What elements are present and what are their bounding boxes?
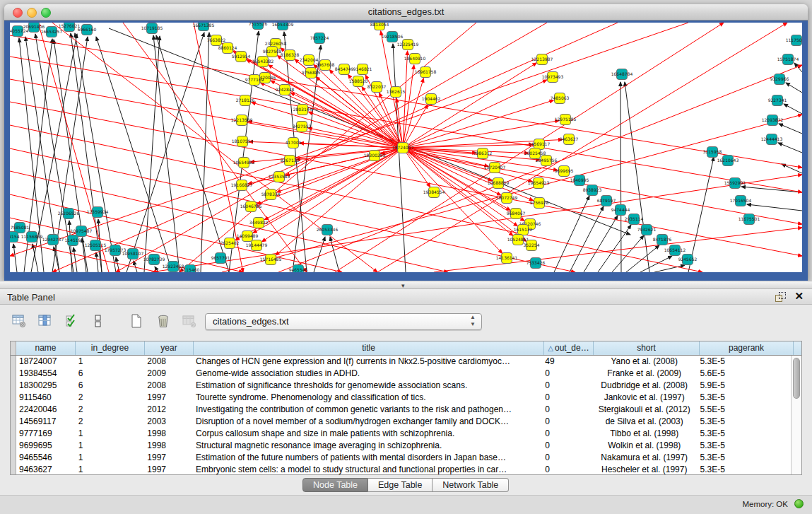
graph-node[interactable]: 7986312	[473, 148, 493, 159]
graph-node[interactable]: 15716485	[260, 255, 282, 265]
memory-status-icon[interactable]	[794, 499, 804, 508]
graph-node[interactable]: 15720407	[484, 163, 506, 173]
column-header-short[interactable]: short	[594, 341, 700, 355]
graph-node[interactable]: 9827508	[263, 47, 282, 57]
cell-short[interactable]: Hescheler et al. (1997)	[592, 464, 697, 474]
graph-node[interactable]: 15751874	[777, 54, 799, 65]
graph-node[interactable]: 1840995	[570, 175, 589, 186]
graph-node[interactable]: 352254	[524, 240, 540, 251]
cell-year[interactable]: 2003	[144, 416, 193, 428]
graph-node[interactable]: 16653257	[41, 27, 63, 37]
cell-title[interactable]: Structural magnetic resonance image aver…	[193, 440, 542, 452]
graph-node[interactable]: 19384554	[423, 187, 445, 198]
scrollbar-thumb[interactable]	[793, 358, 800, 399]
cell-name[interactable]: 22420046	[16, 404, 76, 416]
graph-node[interactable]: 5878334	[261, 189, 281, 200]
graph-node[interactable]: 7857224	[310, 33, 329, 44]
graph-node[interactable]: 1588520	[349, 76, 368, 87]
cell-short[interactable]: Tibbo et al. (1998)	[592, 428, 697, 440]
graph-node[interactable]: 16961758	[415, 67, 437, 78]
cell-pagerank[interactable]: 5.3E-5	[697, 416, 791, 428]
table-row[interactable]: 946554611997Estimation of the future num…	[11, 452, 791, 464]
cell-in_degree[interactable]: 2	[76, 392, 145, 404]
cell-title[interactable]: Estimation of the future numbers of pati…	[193, 452, 542, 464]
graph-node[interactable]: 6879197	[597, 196, 616, 206]
graph-node[interactable]: 16543382	[252, 57, 274, 67]
graph-node[interactable]: 3215958	[703, 147, 722, 158]
splitter-grip-icon[interactable]: ▾	[401, 282, 405, 289]
graph-node[interactable]: 19218506	[382, 32, 404, 42]
cell-pagerank[interactable]: 5.9E-5	[697, 380, 791, 392]
graph-node[interactable]: 9463627	[560, 134, 579, 145]
graph-node[interactable]: 7485063	[551, 93, 570, 104]
column-header-out_degree[interactable]: △out_de…	[544, 341, 594, 355]
column-header-in_degree[interactable]: in_degree	[76, 341, 145, 355]
graph-node[interactable]: 18640910	[404, 54, 426, 64]
graph-node[interactable]: 39154	[10, 232, 20, 243]
graph-node[interactable]: 12505115	[85, 240, 107, 251]
cell-year[interactable]: 2009	[144, 368, 193, 380]
cell-out_degree[interactable]: 0	[542, 416, 592, 428]
cell-in_degree[interactable]: 1	[76, 428, 145, 440]
cell-short[interactable]: Jankovic et al. (1997)	[592, 392, 697, 404]
table-mode-button[interactable]	[10, 312, 28, 330]
graph-node[interactable]: 10719185	[141, 23, 163, 34]
graph-node[interactable]: 8322037	[367, 82, 387, 93]
cell-name[interactable]: 9463627	[16, 464, 76, 474]
table-row[interactable]: 1830029562008Estimation of significance …	[11, 380, 791, 392]
graph-node[interactable]: 14136141	[496, 253, 518, 264]
cell-short[interactable]: Dudbridge et al. (2008)	[592, 380, 697, 392]
cell-year[interactable]: 1997	[144, 452, 193, 464]
cell-in_degree[interactable]: 1	[76, 464, 145, 474]
cell-title[interactable]: Tourette syndrome. Phenomenology and cla…	[193, 392, 542, 404]
cell-year[interactable]: 1997	[144, 464, 193, 474]
cell-pagerank[interactable]: 5.3E-5	[697, 356, 791, 368]
graph-node[interactable]: 7932621	[637, 225, 657, 235]
graph-node[interactable]: 9756928	[530, 198, 549, 209]
table-row[interactable]: 911546021997Tourette syndrome. Phenomeno…	[11, 392, 791, 404]
cell-short[interactable]: de Silva et al. (2003)	[592, 416, 697, 428]
cell-in_degree[interactable]: 2	[76, 416, 145, 428]
cell-short[interactable]: Stergiakouli et al. (2012)	[592, 404, 697, 416]
cell-name[interactable]: 9699695	[16, 440, 76, 452]
cell-year[interactable]: 1998	[144, 440, 193, 452]
table-row[interactable]: 1938455462009Genome-wide association stu…	[11, 368, 791, 380]
graph-node[interactable]: 10688809	[488, 178, 510, 189]
cell-out_degree[interactable]: 0	[542, 428, 592, 440]
graph-node[interactable]: 26053346	[317, 225, 339, 235]
cell-pagerank[interactable]: 5.3E-5	[697, 392, 791, 404]
row-height-button[interactable]	[89, 312, 107, 330]
cell-year[interactable]: 1997	[144, 392, 193, 404]
cell-year[interactable]: 2008	[144, 356, 193, 368]
new-document-button[interactable]	[127, 312, 146, 330]
graph-node[interactable]: 11175034	[786, 35, 802, 46]
cell-out_degree[interactable]: 0	[542, 368, 592, 380]
graph-node[interactable]: 19654923	[528, 178, 550, 189]
graph-node[interactable]: 8454749	[335, 64, 354, 75]
cell-title[interactable]: Genome-wide association studies in ADHD.	[193, 368, 542, 380]
graph-node[interactable]: 8427552	[293, 122, 312, 132]
graph-node[interactable]: 2718126	[236, 95, 255, 106]
cell-title[interactable]: Investigating the contribution of common…	[193, 404, 542, 416]
graph-node[interactable]: 9684067	[507, 209, 526, 219]
graph-node[interactable]: 10654982	[233, 158, 255, 168]
cell-title[interactable]: Corpus callosum shape and size in male p…	[193, 428, 542, 440]
tab-node-table[interactable]: Node Table	[302, 478, 368, 492]
cell-pagerank[interactable]: 5.3E-5	[697, 428, 791, 440]
cell-name[interactable]: 9465546	[16, 452, 76, 464]
cell-year[interactable]: 1998	[144, 428, 193, 440]
cell-name[interactable]: 19384554	[16, 368, 76, 380]
cell-name[interactable]: 9115460	[16, 392, 76, 404]
graph-node[interactable]: 8471876	[653, 235, 672, 245]
graph-node[interactable]: 9242848	[276, 85, 295, 95]
graph-node[interactable]: 16053309	[272, 23, 294, 30]
table-row[interactable]: 1456911722003Disruption of a novel membe…	[11, 416, 791, 428]
cell-name[interactable]: 18724007	[16, 356, 76, 368]
graph-node[interactable]: 16046786	[240, 201, 262, 212]
select-rows-button[interactable]	[63, 312, 81, 330]
graph-node[interactable]: 7533426	[526, 258, 546, 269]
graph-node[interactable]: 2935114	[625, 214, 644, 225]
cell-short[interactable]: Wolkin et al. (1998)	[592, 440, 697, 452]
graph-node[interactable]: 10958107	[122, 249, 144, 259]
cell-pagerank[interactable]: 5.3E-5	[697, 452, 791, 464]
